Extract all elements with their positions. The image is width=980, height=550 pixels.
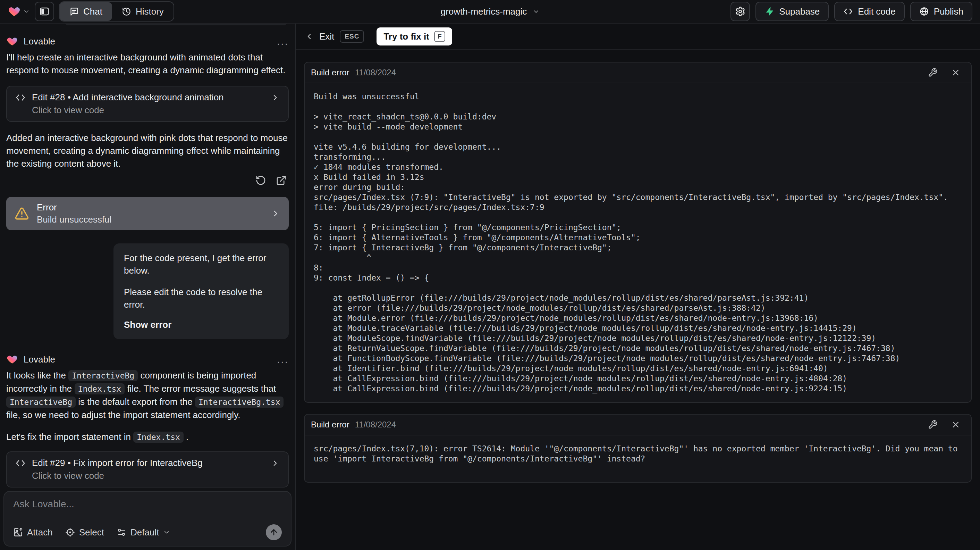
- chevron-down-icon: [163, 529, 170, 536]
- error-card-title: Error: [37, 202, 111, 213]
- tab-chat-label: Chat: [83, 6, 102, 17]
- lovable-heart-icon: [8, 5, 21, 18]
- edit-card-28[interactable]: Edit #28 • Add interactive background an…: [6, 86, 289, 122]
- target-icon: [65, 528, 75, 537]
- build-error-card[interactable]: Error Build unsuccessful: [6, 197, 289, 230]
- chevron-left-icon: [305, 32, 314, 41]
- build-error-date: 11/08/2024: [355, 68, 396, 77]
- edit-card-subtitle: Click to view code: [32, 470, 280, 481]
- build-error-log: Build was unsuccessful > vite_react_shad…: [305, 83, 971, 402]
- show-error-link[interactable]: Show error: [124, 319, 278, 331]
- lovable-heart-icon: [6, 36, 18, 47]
- tab-history[interactable]: History: [112, 2, 173, 21]
- wrench-icon[interactable]: [928, 68, 938, 77]
- assistant-message-text: Let's fix the import statement in Index.…: [6, 430, 289, 444]
- edit-card-29[interactable]: Edit #29 • Fix import error for Interact…: [6, 451, 289, 488]
- attach-label: Attach: [27, 527, 53, 538]
- message-text: file, so we need to adjust the import st…: [6, 410, 240, 420]
- tab-chat[interactable]: Chat: [60, 2, 112, 21]
- error-card-subtitle: Build unsuccessful: [37, 214, 111, 225]
- assistant-name: Lovable: [24, 36, 55, 47]
- project-name: growth-metrics-magic: [441, 6, 527, 17]
- assistant-message-header: Lovable ...: [6, 36, 289, 47]
- sidebar-toggle-button[interactable]: [35, 2, 54, 21]
- edit-card-title: Edit #29 • Fix import error for Interact…: [32, 458, 203, 469]
- assistant-message-text: I'll help create an interactive backgrou…: [6, 51, 289, 77]
- message-text: Let's fix the import statement in: [6, 432, 133, 442]
- edit-card-title: Edit #28 • Add interactive background an…: [32, 92, 224, 103]
- project-selector[interactable]: growth-metrics-magic: [441, 6, 539, 17]
- message-text: file. The error message suggests that: [124, 383, 276, 394]
- select-button[interactable]: Select: [65, 527, 104, 538]
- build-error-cards: Build error 11/08/2024 Build was unsucce…: [296, 50, 980, 483]
- assistant-message-header: Lovable ...: [6, 354, 289, 365]
- supabase-label: Supabase: [779, 6, 820, 17]
- settings-button[interactable]: [730, 2, 750, 21]
- message-text: It looks like the: [6, 370, 68, 381]
- chat-message-list[interactable]: maybe diagramming points and when you mo…: [0, 24, 295, 488]
- code-brackets-icon: [15, 92, 26, 103]
- composer-toolbar: Attach Select: [13, 524, 282, 540]
- restore-icon[interactable]: [255, 175, 266, 186]
- inline-code: InteractiveBg.tsx: [195, 397, 283, 408]
- assistant-name: Lovable: [24, 354, 55, 365]
- exit-label: Exit: [319, 31, 334, 42]
- supabase-button[interactable]: Supabase: [756, 2, 829, 21]
- publish-label: Publish: [934, 6, 963, 17]
- chevron-right-icon: [271, 459, 280, 468]
- attach-button[interactable]: Attach: [13, 527, 53, 538]
- arrow-up-icon: [269, 528, 278, 537]
- build-error-title: Build error: [311, 68, 350, 77]
- message-action-row: [6, 175, 289, 186]
- build-error-card-header: Build error 11/08/2024: [305, 414, 971, 435]
- error-fix-panel: Exit ESC Try to fix it F Build error 11/…: [296, 24, 980, 550]
- try-to-fix-button[interactable]: Try to fix it F: [377, 27, 452, 46]
- edit-code-label: Edit code: [858, 6, 895, 17]
- lovable-heart-icon: [6, 354, 18, 365]
- exit-button[interactable]: Exit ESC: [305, 30, 364, 43]
- close-icon[interactable]: [951, 68, 961, 77]
- tab-history-label: History: [136, 6, 164, 17]
- chevron-right-icon: [271, 93, 280, 102]
- mode-label: Default: [130, 527, 159, 538]
- code-brackets-icon: [15, 458, 26, 469]
- chat-history-tab-group: Chat History: [59, 2, 174, 22]
- esc-shortcut-badge: ESC: [340, 30, 364, 43]
- build-error-log: src/pages/Index.tsx(7,10): error TS2614:…: [305, 435, 971, 482]
- chat-input[interactable]: [13, 499, 282, 514]
- external-link-icon[interactable]: [276, 175, 286, 186]
- mode-dropdown[interactable]: Default: [116, 527, 170, 538]
- assistant-message-text: It looks like the InteractiveBg componen…: [6, 369, 289, 421]
- user-message-text: Please edit the code to resolve the erro…: [124, 286, 278, 311]
- supabase-bolt-icon: [765, 6, 774, 16]
- lovable-logo-menu[interactable]: [8, 5, 30, 18]
- code-brackets-icon: [843, 6, 853, 16]
- inline-code: InteractiveBg: [6, 397, 76, 408]
- fix-panel-header: Exit ESC Try to fix it F: [296, 24, 980, 50]
- sliders-icon: [116, 528, 126, 537]
- warning-triangle-icon: [14, 206, 29, 221]
- composer: Attach Select: [3, 491, 291, 547]
- wrench-icon[interactable]: [928, 420, 938, 429]
- try-to-fix-label: Try to fix it: [383, 31, 429, 42]
- edit-code-button[interactable]: Edit code: [834, 2, 904, 21]
- message-text: is the default export from the: [76, 397, 195, 407]
- build-error-card-header: Build error 11/08/2024: [305, 62, 971, 83]
- message-menu-button[interactable]: ...: [277, 358, 289, 361]
- chat-bubble-icon: [69, 7, 79, 16]
- attach-image-icon: [13, 528, 23, 537]
- message-text: .: [184, 432, 188, 442]
- inline-code: InteractiveBg: [68, 370, 138, 381]
- message-menu-button[interactable]: ...: [277, 40, 289, 43]
- inline-code: Index.tsx: [75, 383, 125, 394]
- panel-layout-icon: [39, 6, 49, 17]
- publish-button[interactable]: Publish: [910, 2, 972, 21]
- history-icon: [122, 7, 131, 16]
- chat-panel: maybe diagramming points and when you mo…: [0, 24, 296, 550]
- chevron-right-icon: [271, 209, 280, 218]
- send-button[interactable]: [266, 524, 282, 540]
- f-shortcut-badge: F: [434, 31, 445, 42]
- user-message-text: For the code present, I get the error be…: [124, 252, 278, 277]
- build-error-card-2: Build error 11/08/2024 src/pages/Index.t…: [304, 414, 972, 483]
- close-icon[interactable]: [951, 420, 961, 429]
